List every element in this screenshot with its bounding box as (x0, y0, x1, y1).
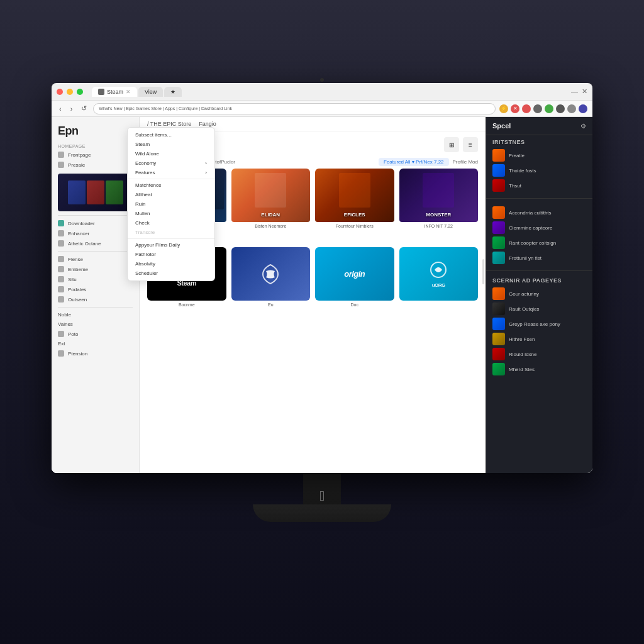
ctx-item-check[interactable]: Check (128, 218, 214, 228)
sidebar-item-0-icon (58, 152, 64, 158)
rp-item-clemmine[interactable]: Clemmine capteore (492, 220, 586, 235)
launcher-origin[interactable]: origin (315, 247, 394, 301)
minimize-button[interactable] (67, 89, 73, 95)
rp-item-hithre[interactable]: Hithre Fsen (492, 331, 586, 347)
rp-item-frottunil[interactable]: Frottunil yn fist (492, 250, 586, 265)
rp-item-freatle[interactable]: Freatle (492, 148, 586, 163)
rp-item-rant[interactable]: Rant coopter coltsign (492, 235, 586, 250)
game-card-1[interactable]: ELIDAN Bisten Neemore (231, 169, 311, 230)
sidebar-item-noble[interactable]: Noble (52, 310, 139, 319)
game-card-2[interactable]: EFICLES Fourntour Nimblers (315, 169, 394, 230)
rp-item-greyp[interactable]: Greyp Rease axe pony (492, 316, 586, 331)
sidebar-item-flense[interactable]: Flense (52, 254, 139, 264)
sidebar-item-1-icon (58, 162, 64, 168)
ctx-item-ruin[interactable]: Ruin (128, 199, 214, 209)
ctx-item-pathrotor[interactable]: Pathrotor (128, 250, 214, 259)
launcher-battle-wrapper: Eu (231, 247, 311, 309)
sidebar-item-enhancer[interactable]: Enhancer (52, 228, 139, 238)
monitor-screen: Steam ✕ View ★ — ✕ ‹ › ↺ What's New | (52, 83, 592, 473)
scroll-indicator[interactable] (482, 259, 484, 284)
sidebar-item-athetic[interactable]: Athetic Octane (52, 238, 139, 248)
tab-steam[interactable]: Steam ✕ (92, 87, 137, 97)
ctx-features-arrow: › (205, 170, 207, 175)
rp-item-gour[interactable]: Gour acturiny (492, 286, 586, 301)
toolbar-icon-ext2[interactable] (556, 104, 565, 113)
filter-dropdown[interactable]: Featured All ▾ Prf/Nex 7.22 (379, 158, 449, 166)
rp-label-clemmine: Clemmine capteore (509, 225, 552, 231)
sidebar-item-situ[interactable]: Situ (52, 274, 139, 284)
tab-star-label: ★ (170, 89, 175, 95)
origin-text-group: origin (344, 269, 365, 279)
ctx-item-0[interactable]: Subsect items… (128, 130, 214, 140)
sidebar-item-vaines[interactable]: Vaines (52, 319, 139, 329)
sidebar-item-podates[interactable]: Podates (52, 284, 139, 294)
rp-item-thsut[interactable]: Thsut (492, 178, 586, 193)
sidebar-item-ptension[interactable]: Ptension (52, 348, 139, 358)
ctx-item-alltheat[interactable]: Alltheat (128, 190, 214, 199)
tab-star[interactable]: ★ (164, 87, 182, 97)
rp-icon-gour (492, 287, 505, 300)
rp-label-frottunil: Frottunil yn fist (509, 255, 541, 261)
monitor-stand-base (253, 504, 391, 522)
browser-tabs: Steam ✕ View ★ (92, 87, 182, 97)
toolbar-icon-ext1[interactable] (545, 104, 553, 113)
rp-item-rault[interactable]: Rault Outqles (492, 301, 586, 316)
sidebar-item-poto[interactable]: Poto (52, 329, 139, 339)
game-card-3[interactable]: MONSTER INFO NIT 7.22 (399, 169, 479, 230)
toolbar-icon-2[interactable]: ✕ (511, 104, 519, 113)
ctx-item-steam[interactable]: Steam (128, 140, 214, 149)
sidebar-item-outseen[interactable]: Outseen (52, 294, 139, 304)
launcher-battle-label: Eu (231, 301, 311, 309)
ctx-item-absolvity[interactable]: Absolvity (128, 259, 214, 269)
ctx-item-wild[interactable]: Wild Alone (128, 149, 214, 158)
sidebar-label-dl: Downloader (68, 221, 95, 226)
sidebar-item-downloader[interactable]: Downloader (52, 218, 139, 228)
forward-button[interactable]: › (68, 104, 75, 114)
rp-item-thoide[interactable]: Thoide fosts (492, 163, 586, 178)
sidebar-divider-1 (58, 215, 133, 216)
toolbar-icons: ⚡ ✕ (499, 104, 587, 113)
sidebar-icon-po (58, 286, 64, 292)
rp-label-mherd: Mherd Stes (509, 367, 535, 372)
ctx-item-economy[interactable]: Economy › (128, 158, 214, 168)
ctx-item-features[interactable]: Features › (128, 168, 214, 177)
sidebar-item-embeme[interactable]: Embeme (52, 264, 139, 274)
ctx-item-appyour[interactable]: Appyour Films Daily (128, 240, 214, 250)
window-minimize[interactable]: — (571, 87, 578, 96)
back-button[interactable]: ‹ (57, 104, 64, 114)
rp-item-accon[interactable]: Accondrria cultithts (492, 205, 586, 220)
address-bar[interactable]: What's New | Epic Games Store | Apps | C… (93, 103, 496, 114)
right-panel-gear-icon[interactable]: ⚙ (580, 123, 586, 130)
window-close[interactable]: ✕ (582, 87, 587, 96)
toolbar-icon-lock[interactable] (567, 104, 576, 113)
toolbar-icon-profile[interactable] (522, 104, 531, 113)
tab-view[interactable]: View (138, 87, 163, 97)
rp-divider-1 (486, 198, 592, 199)
sidebar-label-em: Embeme (68, 267, 88, 272)
launcher-steam-label: Bocnme (147, 301, 226, 309)
sidebar-item-1[interactable]: Presale (52, 160, 139, 170)
grid-view-btn[interactable]: ⊞ (444, 137, 459, 152)
rp-label-greyp: Greyp Rease axe pony (509, 321, 560, 327)
sidebar-item-0[interactable]: Frontpage (52, 150, 139, 160)
launcher-battlenet[interactable] (231, 247, 311, 301)
rp-item-mherd[interactable]: Mherd Stes (492, 362, 586, 377)
close-button[interactable] (57, 89, 63, 95)
ctx-divider-1 (128, 179, 214, 179)
maximize-button[interactable] (77, 89, 83, 95)
tab-steam-close[interactable]: ✕ (126, 89, 131, 95)
ctx-item-mullen[interactable]: Mullen (128, 209, 214, 218)
list-view-btn[interactable]: ≡ (463, 137, 478, 152)
toolbar-icon-acct[interactable] (579, 104, 587, 113)
toolbar-icon-1[interactable]: ⚡ (499, 104, 508, 113)
launcher-uplay[interactable]: uORG (399, 247, 479, 301)
rp-item-rlould[interactable]: Rlould Idxne (492, 347, 586, 362)
rp-icon-greyp (492, 318, 505, 330)
ctx-item-scheduler[interactable]: Scheduler (128, 269, 214, 278)
rp-section-0-title: Iritstnes (492, 139, 586, 145)
ctx-item-matchfence[interactable]: Matchfence (128, 180, 214, 190)
refresh-button[interactable]: ↺ (79, 103, 89, 114)
sidebar-label-pt: Poto (68, 331, 78, 337)
toolbar-icon-search[interactable] (533, 104, 542, 113)
sidebar-item-ext[interactable]: Ext (52, 339, 139, 348)
